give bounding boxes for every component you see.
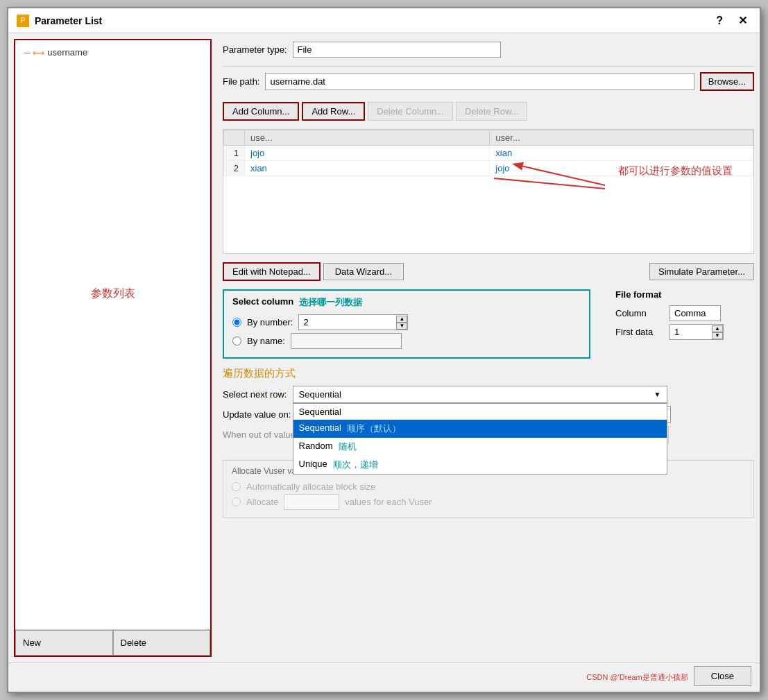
dropdown-list: Sequential Sequential 顺序（默认） Random 随机 <box>293 403 667 475</box>
allocate-auto-label: Automatically allocate block size <box>246 481 375 492</box>
simulate-button[interactable]: Simulate Parameter... <box>649 263 754 280</box>
out-of-values-label: When out of values: <box>223 429 302 440</box>
param-type-row: Parameter type: File <box>223 39 754 60</box>
watermark: CSDN @'Dream是普通小孩那 <box>586 672 688 683</box>
table-header-col1: use... <box>245 130 490 146</box>
add-column-button[interactable]: Add Column... <box>223 102 299 121</box>
tree-dots: ---- <box>24 49 30 56</box>
dropdown-item-label: Sequential <box>299 407 341 417</box>
left-section: 通过列的序号来选择 通过列名来选择 Select column 选择哪一列数据 … <box>223 289 590 359</box>
allocate-manual-radio <box>232 497 241 506</box>
tree-item-label: username <box>47 47 87 58</box>
cell-2-1[interactable]: xian <box>245 161 490 176</box>
close-button[interactable]: Close <box>694 666 751 686</box>
cell-1-1[interactable]: jojo <box>245 146 490 161</box>
close-icon[interactable]: ✕ <box>734 14 751 27</box>
column-format-select[interactable]: Comma <box>669 305 721 321</box>
dropdown-item-chinese-hl: 顺序（默认） <box>347 422 401 435</box>
left-panel: ---- ⟷ username 参数列表 New Delete <box>14 39 212 657</box>
dialog-body: ---- ⟷ username 参数列表 New Delete Paramete… <box>8 33 760 663</box>
table-header-empty <box>224 130 245 146</box>
spin-down[interactable]: ▼ <box>396 323 407 330</box>
select-column-section: 通过列的序号来选择 通过列名来选择 Select column 选择哪一列数据 … <box>223 289 590 359</box>
edit-notepad-button[interactable]: Edit with Notepad... <box>223 262 321 281</box>
cell-1-2[interactable]: xian <box>490 146 753 161</box>
allocate-values-label: values for each Vuser <box>345 497 432 507</box>
column-format-label: Column <box>615 308 664 318</box>
traverse-title: 遍历数据的方式 <box>223 367 754 380</box>
file-format-title: File format <box>615 289 754 300</box>
dropdown-arrow-icon: ▼ <box>654 391 661 398</box>
first-data-spin-up[interactable]: ▲ <box>712 325 723 332</box>
new-button[interactable]: New <box>15 630 113 656</box>
first-data-input-container: ▲ ▼ <box>669 324 724 340</box>
param-type-select[interactable]: File <box>293 42 501 58</box>
column-format-row: Column Comma <box>615 305 754 321</box>
allocate-manual-row: Allocate values for each Vuser <box>232 494 745 510</box>
dropdown-container: Sequential ▼ Sequential Sequential 顺序（默认… <box>293 386 667 403</box>
bottom-bar: CSDN @'Dream是普通小孩那 Close <box>8 663 760 692</box>
right-section: File format Column Comma First data <box>601 289 754 359</box>
by-name-select[interactable] <box>291 333 402 349</box>
add-row-button[interactable]: Add Row... <box>302 102 365 121</box>
select-next-row-label: Select next row: <box>223 389 287 400</box>
help-button[interactable]: ? <box>710 15 728 27</box>
by-name-row: By name: <box>232 333 581 349</box>
select-next-row: Select next row: Sequential ▼ Sequential… <box>223 386 754 403</box>
left-panel-annotation: 参数列表 <box>91 287 135 301</box>
row-num-1: 1 <box>224 146 245 161</box>
by-number-label: By number: <box>247 317 293 327</box>
dropdown-item-label-hl: Sequential <box>299 422 341 435</box>
param-icon: ⟷ <box>33 48 44 58</box>
select-column-label: Select column <box>232 296 293 309</box>
table-row[interactable]: 1 jojo xian <box>224 146 753 161</box>
by-number-radio[interactable] <box>232 318 241 327</box>
dialog-title: Parameter List <box>35 15 705 26</box>
first-data-label: First data <box>615 327 664 337</box>
left-panel-content: ---- ⟷ username 参数列表 <box>15 40 210 629</box>
table-header-col2: user... <box>490 130 753 146</box>
left-panel-buttons: New Delete <box>15 629 210 656</box>
section-row: 通过列的序号来选择 通过列名来选择 Select column 选择哪一列数据 … <box>223 289 754 359</box>
traverse-section: 遍历数据的方式 Select next row: Sequential ▼ Se… <box>223 364 754 449</box>
dropdown-item-unique[interactable]: Unique 顺次，递增 <box>293 456 667 474</box>
allocate-manual-label: Allocate <box>246 497 278 507</box>
by-name-radio[interactable] <box>232 336 241 345</box>
dropdown-item-random[interactable]: Random 随机 <box>293 438 667 456</box>
dialog-icon: P <box>17 15 29 27</box>
dropdown-item-label-unique: Unique <box>299 459 327 471</box>
dropdown-current-value: Sequential <box>299 389 341 400</box>
allocate-auto-row: Automatically allocate block size <box>232 481 745 492</box>
by-number-input[interactable] <box>299 315 396 330</box>
allocate-input <box>284 494 339 510</box>
dropdown-main[interactable]: Sequential ▼ <box>293 386 667 403</box>
delete-row-button: Delete Row... <box>456 102 527 121</box>
spin-buttons: ▲ ▼ <box>396 316 407 330</box>
spin-up[interactable]: ▲ <box>396 316 407 323</box>
dropdown-item-chinese-unique: 顺次，递增 <box>333 459 378 471</box>
row-num-2: 2 <box>224 161 245 176</box>
table-annotation: 都可以进行参数的值设置 <box>618 164 733 178</box>
by-number-row: By number: ▲ ▼ <box>232 314 581 330</box>
allocate-auto-radio <box>232 482 241 491</box>
data-wizard-button[interactable]: Data Wizard... <box>323 263 404 280</box>
by-name-label: By name: <box>247 336 285 346</box>
dropdown-item-sequential-highlighted[interactable]: Sequential 顺序（默认） <box>293 420 667 438</box>
file-path-label: File path: <box>223 76 259 87</box>
browse-button[interactable]: Browse... <box>700 72 754 91</box>
data-table-container: use... user... 1 jojo xian 2 xian <box>223 129 754 254</box>
file-path-input[interactable] <box>265 73 694 90</box>
parameter-list-dialog: P Parameter List ? ✕ ---- ⟷ username 参数列… <box>7 7 761 693</box>
dropdown-item-sequential-top[interactable]: Sequential <box>293 404 667 420</box>
file-path-row: File path: Browse... <box>223 66 754 94</box>
first-data-input[interactable] <box>670 325 712 339</box>
first-data-row: First data ▲ ▼ <box>615 324 754 340</box>
tree-item[interactable]: ---- ⟷ username <box>21 46 205 59</box>
title-bar: P Parameter List ? ✕ <box>8 8 760 33</box>
param-type-label: Parameter type: <box>223 44 287 55</box>
delete-button[interactable]: Delete <box>113 630 211 656</box>
dropdown-item-label-random: Random <box>299 441 333 453</box>
bottom-buttons: Edit with Notepad... Data Wizard... Simu… <box>223 259 754 284</box>
select-column-inner: Select column 选择哪一列数据 By number: ▲ <box>232 296 581 352</box>
first-data-spin-down[interactable]: ▼ <box>712 332 723 339</box>
